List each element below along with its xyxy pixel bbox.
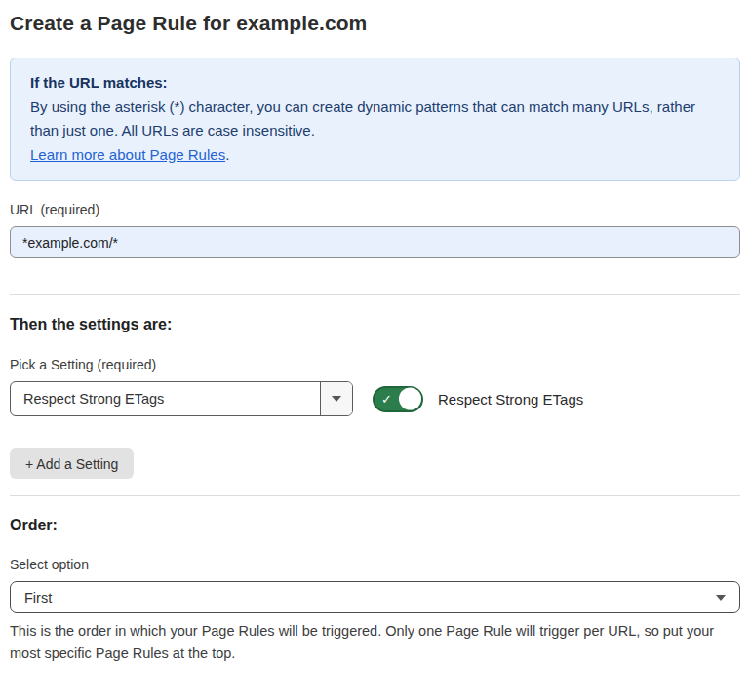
chevron-down-icon — [332, 396, 341, 402]
check-icon: ✓ — [381, 393, 392, 406]
url-input[interactable] — [10, 226, 740, 258]
toggle-knob — [399, 388, 421, 410]
setting-select-arrow-button[interactable] — [320, 382, 352, 415]
setting-select[interactable]: Respect Strong ETags — [10, 381, 353, 416]
divider-after-settings — [10, 495, 740, 496]
setting-select-value: Respect Strong ETags — [11, 382, 320, 415]
info-box-heading: If the URL matches: — [30, 71, 720, 96]
url-matches-info-box: If the URL matches: By using the asteris… — [10, 58, 740, 181]
learn-more-link[interactable]: Learn more about Page Rules — [30, 146, 225, 163]
setting-toggle[interactable]: ✓ — [373, 386, 423, 412]
setting-row: Respect Strong ETags ✓ Respect Strong ET… — [10, 381, 740, 416]
url-field-label: URL (required) — [10, 202, 740, 217]
toggle-label: Respect Strong ETags — [438, 391, 583, 408]
order-select-label: Select option — [10, 557, 740, 572]
order-section-heading: Order: — [10, 517, 740, 534]
pick-setting-label: Pick a Setting (required) — [10, 357, 740, 372]
add-setting-button[interactable]: + Add a Setting — [10, 448, 134, 479]
divider-after-url — [10, 294, 740, 295]
chevron-down-icon — [716, 595, 726, 601]
page-title: Create a Page Rule for example.com — [10, 12, 740, 35]
order-select[interactable]: First — [10, 581, 740, 613]
info-box-body: By using the asterisk (*) character, you… — [30, 96, 720, 168]
settings-section-heading: Then the settings are: — [10, 316, 740, 333]
order-select-value: First — [24, 590, 716, 605]
order-help-text: This is the order in which your Page Rul… — [10, 620, 740, 664]
link-suffix: . — [225, 146, 229, 163]
divider-before-footer — [10, 681, 740, 681]
